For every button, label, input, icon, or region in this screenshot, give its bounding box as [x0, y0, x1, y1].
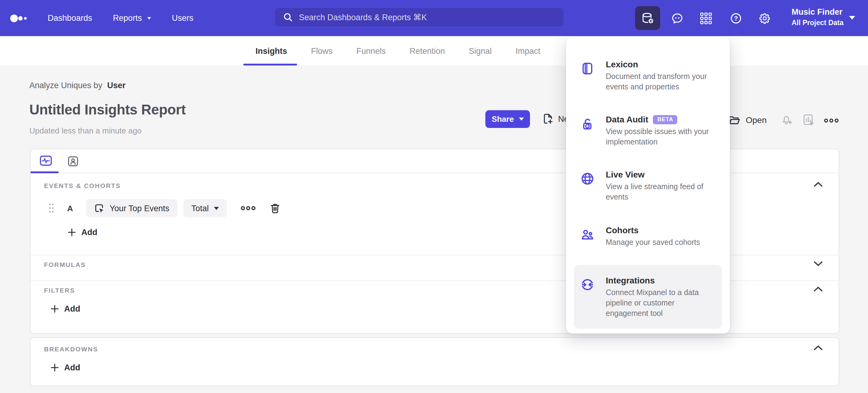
menu-item-integrations[interactable]: Integrations Connect Mixpanel to a data … [574, 265, 722, 329]
add-event-button[interactable]: Add [68, 228, 97, 237]
chevron-down-icon [214, 206, 219, 210]
data-management-button[interactable] [635, 6, 660, 30]
global-search-input[interactable]: Search Dashboards & Reports ⌘K [275, 8, 564, 26]
breadcrumb: Analyze Uniques byUser [29, 81, 126, 90]
plus-icon [51, 305, 59, 313]
event-selector[interactable]: Your Top Events [87, 199, 177, 217]
globe-icon [580, 171, 595, 186]
menu-item-lexicon[interactable]: Lexicon Document and transform your even… [574, 54, 722, 97]
menu-item-live-view[interactable]: Live View View a live streaming feed of … [574, 164, 722, 207]
apps-grid-icon[interactable] [700, 12, 712, 25]
tab-retention[interactable]: Retention [409, 46, 445, 55]
data-management-menu: Lexicon Document and transform your even… [566, 37, 730, 334]
breadcrumb-value[interactable]: User [107, 81, 126, 90]
add-breakdown-button[interactable]: Add [51, 363, 81, 372]
nav-reports[interactable]: Reports [113, 13, 151, 23]
share-button[interactable]: Share [485, 110, 530, 128]
database-gear-icon [641, 11, 654, 25]
chevron-down-icon [849, 16, 855, 20]
active-tab-underline [243, 64, 297, 65]
sync-arrows-icon [580, 277, 595, 292]
section-label-breakdowns: BREAKDOWNS [44, 345, 98, 353]
updated-timestamp: Updated less than a minute ago [29, 126, 142, 135]
active-viztab-underline [31, 171, 59, 173]
event-click-icon [94, 203, 105, 213]
tab-flows[interactable]: Flows [311, 46, 333, 55]
project-scope: All Project Data [792, 18, 843, 28]
project-switcher[interactable]: Music Finder All Project Data [792, 7, 843, 28]
profile-tab-icon[interactable] [68, 156, 78, 167]
open-report-button[interactable]: Open [728, 114, 767, 126]
plus-icon [68, 228, 76, 236]
project-name: Music Finder [792, 7, 843, 18]
chart-pulse-tab-icon[interactable] [40, 156, 52, 166]
trash-icon[interactable] [269, 203, 280, 214]
section-label-formulas: FORMULAS [44, 261, 86, 268]
beta-badge: BETA [653, 115, 678, 124]
top-navbar: Dashboards Reports Users Search Dashboar… [0, 0, 868, 36]
chevron-down-icon [147, 17, 151, 19]
add-filter-button[interactable]: Add [51, 304, 81, 313]
breakdowns-card: BREAKDOWNS Add [30, 337, 839, 386]
feedback-icon[interactable] [671, 12, 683, 25]
tab-impact[interactable]: Impact [516, 46, 540, 55]
tab-insights[interactable]: Insights [255, 46, 287, 55]
event-name: Your Top Events [110, 203, 169, 213]
metric-name: Total [191, 203, 209, 213]
report-tabbar: Insights Flows Funnels Retention Signal … [0, 36, 868, 65]
document-plus-icon [541, 113, 554, 125]
section-label-filters: FILTERS [44, 286, 75, 294]
primary-nav: Dashboards Reports Users [48, 0, 193, 36]
expand-formulas-icon[interactable] [814, 261, 823, 266]
chevron-down-icon [519, 117, 524, 120]
page-title[interactable]: Untitled Insights Report [29, 102, 186, 118]
series-letter: A [67, 203, 73, 213]
mixpanel-logo-icon[interactable] [10, 13, 28, 23]
menu-item-cohorts[interactable]: Cohorts Manage your saved cohorts [574, 220, 722, 253]
more-options-icon[interactable] [824, 117, 839, 124]
tab-funnels[interactable]: Funnels [356, 46, 386, 55]
metric-selector[interactable]: Total [183, 199, 226, 217]
collapse-breakdowns-icon[interactable] [814, 345, 823, 351]
lock-icon [580, 116, 595, 131]
collapse-filters-icon[interactable] [814, 286, 823, 292]
help-icon[interactable]: ? [730, 12, 742, 25]
section-label-events: EVENTS & COHORTS [44, 182, 121, 189]
bell-plus-icon[interactable] [781, 113, 794, 126]
book-icon [580, 61, 595, 76]
mixpanel-app: Dashboards Reports Users Search Dashboar… [0, 0, 868, 393]
chart-plus-icon[interactable] [802, 113, 815, 126]
search-icon [283, 12, 293, 22]
svg-text:?: ? [734, 15, 738, 22]
nav-dashboards[interactable]: Dashboards [48, 13, 92, 23]
plus-icon [51, 364, 59, 371]
nav-users[interactable]: Users [172, 13, 193, 23]
event-options-icon[interactable] [240, 205, 256, 211]
people-icon [580, 227, 595, 242]
folder-open-icon [728, 114, 740, 126]
drag-handle-icon[interactable] [48, 203, 54, 213]
collapse-events-icon[interactable] [814, 182, 823, 187]
search-placeholder: Search Dashboards & Reports ⌘K [299, 12, 427, 22]
settings-gear-icon[interactable] [758, 12, 771, 25]
event-row: A Your Top Events Total [48, 199, 280, 217]
menu-item-data-audit[interactable]: Data AuditBETA View possible issues with… [574, 109, 722, 152]
tab-signal[interactable]: Signal [469, 46, 492, 55]
